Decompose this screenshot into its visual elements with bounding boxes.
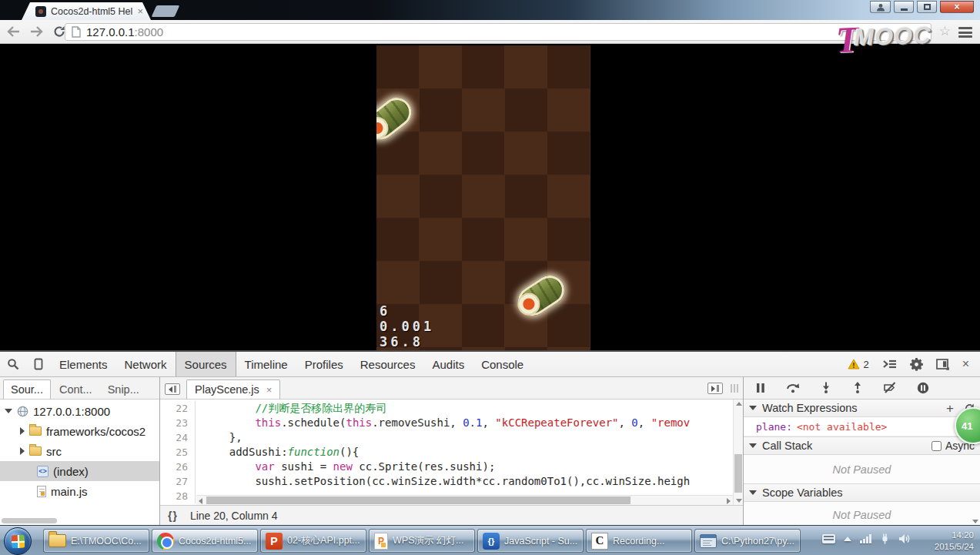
- editor-file-tab[interactable]: PlayScene.js ×: [186, 379, 280, 399]
- devtools-tab-console[interactable]: Console: [473, 352, 532, 376]
- address-bar[interactable]: 127.0.0.1:8000: [65, 23, 932, 41]
- hide-navigator-icon[interactable]: [165, 383, 180, 395]
- profile-button[interactable]: [870, 1, 891, 13]
- maximize-button[interactable]: [917, 1, 937, 13]
- forward-button[interactable]: [26, 22, 46, 41]
- scope-variables-header[interactable]: Scope Variables: [744, 483, 980, 502]
- line-number[interactable]: 27: [160, 474, 196, 489]
- start-button[interactable]: [4, 527, 32, 555]
- step-over-button[interactable]: [786, 382, 800, 393]
- taskbar-item-cmd[interactable]: C:\Python27\py...: [694, 529, 801, 553]
- volume-icon[interactable]: [898, 533, 911, 544]
- taskbar-item-label: E:\TMOOC\Co...: [71, 536, 144, 547]
- tree-item-frameworks-cocos2[interactable]: frameworks/cocos2: [0, 421, 159, 441]
- sidebar-tab-sour[interactable]: Sour...: [3, 379, 51, 399]
- tree-item--index-[interactable]: (index): [0, 461, 159, 481]
- dock-side-icon[interactable]: [936, 359, 949, 370]
- tree-item-label: main.js: [51, 485, 88, 498]
- js-file-icon: [37, 486, 46, 497]
- tree-item-127-0-0-1-8000[interactable]: 127.0.0.1:8000: [0, 401, 159, 421]
- line-number[interactable]: 24: [160, 430, 196, 445]
- code-area[interactable]: 22 //判断是否移除出界的寿司23 this.schedule(this.re…: [160, 400, 743, 505]
- recording-badge-text: 41: [962, 420, 972, 432]
- js-icon: {}: [483, 533, 500, 550]
- sidebar-tab-cont[interactable]: Cont...: [52, 380, 99, 399]
- console-drawer-icon[interactable]: [882, 359, 897, 369]
- taskbar-item-label: Recording...: [613, 536, 687, 547]
- devtools-tab-sources[interactable]: Sources: [176, 352, 236, 376]
- taskbar-item-chrome[interactable]: Cocos2d-html5...: [152, 529, 258, 553]
- device-mode-icon[interactable]: [26, 352, 51, 376]
- devtools-tab-timeline[interactable]: Timeline: [236, 352, 296, 376]
- sushi-sprite[interactable]: [376, 92, 417, 145]
- sidebar-tab-snip[interactable]: Snip...: [101, 380, 146, 399]
- async-checkbox[interactable]: [932, 441, 942, 451]
- tree-collapsed-icon[interactable]: [20, 427, 25, 435]
- editor-hscrollbar[interactable]: [196, 495, 733, 505]
- devtools-close-icon[interactable]: ×: [962, 358, 969, 370]
- watch-expression-row[interactable]: plane: <not available>: [744, 417, 980, 436]
- pretty-print-icon[interactable]: {}: [168, 510, 178, 522]
- step-out-button[interactable]: [852, 382, 863, 393]
- new-tab-button[interactable]: [152, 5, 180, 17]
- add-watch-icon[interactable]: +: [946, 402, 954, 415]
- sushi-sprite[interactable]: [513, 270, 570, 322]
- line-number[interactable]: 23: [160, 416, 196, 430]
- devtools-tab-audits[interactable]: Audits: [423, 352, 473, 376]
- deactivate-breakpoints-button[interactable]: [884, 382, 896, 393]
- pause-button[interactable]: [756, 383, 765, 393]
- minimize-button[interactable]: [894, 1, 914, 13]
- panel-scroll-down-icon[interactable]: [972, 520, 978, 523]
- taskbar-clock[interactable]: 14:20 2015/5/24: [935, 530, 974, 553]
- line-number[interactable]: 22: [160, 401, 196, 416]
- tree-item-label: (index): [53, 465, 89, 478]
- browser-tab-strip: Cocos2d-html5 Hello W × ×: [0, 0, 980, 20]
- line-number[interactable]: 25: [160, 445, 196, 460]
- watch-expressions-header[interactable]: Watch Expressions +: [744, 400, 980, 418]
- devtools-tab-profiles[interactable]: Profiles: [296, 352, 352, 376]
- input-language-icon[interactable]: [822, 534, 835, 543]
- line-number[interactable]: 28: [160, 489, 196, 503]
- show-hidden-icons[interactable]: [844, 537, 851, 541]
- devtools-tab-elements[interactable]: Elements: [51, 352, 116, 376]
- bookmark-star-icon[interactable]: ☆: [939, 25, 951, 38]
- code-text: sushi.setPosition(cc.winSize.width*cc.ra…: [196, 474, 690, 489]
- tab-close-icon[interactable]: ×: [137, 6, 143, 16]
- settings-gear-icon[interactable]: [910, 358, 923, 371]
- taskbar-item-rec[interactable]: CRecording...: [586, 529, 692, 553]
- browser-tab[interactable]: Cocos2d-html5 Hello W ×: [22, 2, 151, 20]
- line-number[interactable]: 26: [160, 460, 196, 474]
- warning-count: 2: [863, 359, 868, 370]
- taskbar-item-ppt[interactable]: P02-核心API.ppt...: [260, 529, 366, 553]
- folder-icon: [29, 426, 42, 436]
- file-tab-close-icon[interactable]: ×: [266, 384, 273, 396]
- tree-item-main-js[interactable]: main.js: [0, 481, 159, 501]
- sidebar-hscrollbar[interactable]: [2, 518, 57, 523]
- taskbar-item-js[interactable]: {}JavaScript - Su...: [477, 529, 584, 553]
- tab-overflow-icon[interactable]: [731, 384, 738, 393]
- warning-counter[interactable]: 2: [848, 359, 868, 370]
- call-stack-header[interactable]: Call Stack Async: [744, 436, 980, 455]
- game-canvas[interactable]: 60.00136.8: [376, 45, 590, 350]
- chrome-menu-icon[interactable]: [958, 27, 972, 38]
- power-plug-icon[interactable]: [880, 533, 890, 544]
- network-signal-icon[interactable]: [860, 534, 871, 543]
- devtools-tab-resources[interactable]: Resources: [352, 352, 424, 376]
- close-window-button[interactable]: ×: [940, 1, 974, 13]
- tree-collapsed-icon[interactable]: [20, 447, 25, 455]
- back-button[interactable]: [3, 22, 23, 41]
- step-into-button[interactable]: [821, 382, 831, 393]
- tree-expanded-icon[interactable]: [5, 409, 12, 413]
- devtools-tab-network[interactable]: Network: [116, 352, 176, 376]
- pause-on-exceptions-button[interactable]: [917, 382, 929, 394]
- code-line: 23 this.schedule(this.removeSushi, 0.1, …: [160, 416, 743, 430]
- cmd-icon: [700, 534, 717, 548]
- clock-time: 14:20: [935, 530, 974, 541]
- editor-vscrollbar[interactable]: [733, 400, 743, 505]
- show-drawer-icon[interactable]: [707, 383, 723, 394]
- taskbar-item-wps[interactable]: PWPS演示 幻灯...: [369, 529, 475, 553]
- taskbar-item-folder[interactable]: E:\TMOOC\Co...: [43, 529, 149, 553]
- devtools-search-icon[interactable]: [0, 352, 26, 376]
- tree-item-label: src: [46, 445, 62, 458]
- tree-item-src[interactable]: src: [0, 441, 159, 461]
